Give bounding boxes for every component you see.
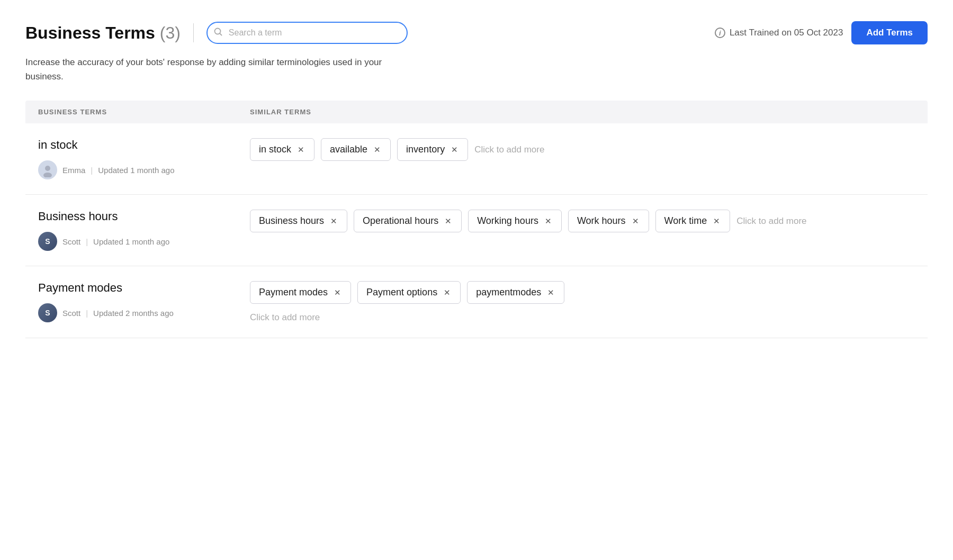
tag-work-time: Work time ✕ <box>655 210 731 232</box>
title-text: Business Terms <box>25 23 155 42</box>
term-left-business-hours: Business hours S Scott | Updated 1 month… <box>38 210 250 251</box>
term-tags-in-stock: in stock ✕ available ✕ inventory ✕ Click… <box>250 138 915 161</box>
tag-close-icon[interactable]: ✕ <box>450 144 459 155</box>
tag-in-stock: in stock ✕ <box>250 138 314 161</box>
tag-close-icon[interactable]: ✕ <box>373 144 382 155</box>
tag-label: inventory <box>406 144 445 155</box>
tag-label: Payment options <box>366 287 437 298</box>
table-header: BUSINESS TERMS SIMILAR TERMS <box>25 101 928 123</box>
tag-payment-modes: Payment modes ✕ <box>250 281 351 304</box>
meta-separator: | <box>86 309 88 318</box>
page-header: Business Terms (3) i Last Trained on 05 … <box>25 21 928 44</box>
tag-label: in stock <box>259 144 291 155</box>
tag-label: paymentmodes <box>476 287 541 298</box>
term-left-in-stock: in stock Emma | Updated 1 month ago <box>38 138 250 179</box>
click-to-add[interactable]: Click to add more <box>474 144 544 155</box>
tag-close-icon[interactable]: ✕ <box>546 287 555 297</box>
svg-point-3 <box>43 173 52 177</box>
add-terms-button[interactable]: Add Terms <box>851 21 928 44</box>
tag-label: Operational hours <box>363 215 438 227</box>
header-divider <box>193 23 194 42</box>
click-to-add[interactable]: Click to add more <box>250 312 320 322</box>
tag-close-icon[interactable]: ✕ <box>712 216 721 226</box>
tag-payment-options: Payment options ✕ <box>357 281 461 304</box>
table-row: Business hours S Scott | Updated 1 month… <box>25 195 928 266</box>
page-count: (3) <box>160 23 181 42</box>
meta-separator: | <box>86 237 88 246</box>
user-name: Scott <box>62 309 80 318</box>
svg-point-2 <box>45 166 50 171</box>
tag-label: Work time <box>664 215 707 227</box>
tag-inventory: inventory ✕ <box>397 138 468 161</box>
avatar: S <box>38 303 57 322</box>
tag-close-icon[interactable]: ✕ <box>333 287 342 297</box>
svg-line-1 <box>220 33 222 35</box>
tag-work-hours: Work hours ✕ <box>568 210 649 232</box>
term-tags-business-hours: Business hours ✕ Operational hours ✕ Wor… <box>250 210 915 232</box>
tag-label: Working hours <box>477 215 538 227</box>
term-meta: S Scott | Updated 2 months ago <box>38 303 250 322</box>
tag-close-icon[interactable]: ✕ <box>631 216 640 226</box>
tag-close-icon[interactable]: ✕ <box>444 216 453 226</box>
col-business-terms: BUSINESS TERMS <box>38 108 250 116</box>
tag-operational-hours: Operational hours ✕ <box>354 210 462 232</box>
table-row: Payment modes S Scott | Updated 2 months… <box>25 266 928 338</box>
updated-time: Updated 1 month ago <box>93 237 169 246</box>
search-input[interactable] <box>206 22 408 44</box>
term-meta: S Scott | Updated 1 month ago <box>38 232 250 251</box>
tag-close-icon[interactable]: ✕ <box>329 216 338 226</box>
tag-label: Business hours <box>259 215 324 227</box>
user-name: Emma <box>62 166 85 175</box>
term-name: Business hours <box>38 210 250 223</box>
avatar: S <box>38 232 57 251</box>
click-to-add[interactable]: Click to add more <box>736 216 806 227</box>
term-name: Payment modes <box>38 281 250 295</box>
info-icon: i <box>715 28 725 38</box>
tag-close-icon[interactable]: ✕ <box>296 144 305 155</box>
last-trained-info: i Last Trained on 05 Oct 2023 <box>715 28 843 38</box>
table-row: in stock Emma | Updated 1 month ago in s… <box>25 123 928 195</box>
tag-close-icon[interactable]: ✕ <box>544 216 553 226</box>
avatar <box>38 160 57 179</box>
term-name: in stock <box>38 138 250 152</box>
page-title: Business Terms (3) <box>25 23 181 43</box>
updated-time: Updated 2 months ago <box>93 309 174 318</box>
tag-working-hours: Working hours ✕ <box>468 210 562 232</box>
meta-separator: | <box>91 166 93 175</box>
term-tags-payment-modes: Payment modes ✕ Payment options ✕ paymen… <box>250 281 915 323</box>
tag-label: Payment modes <box>259 287 328 298</box>
search-wrapper <box>206 22 408 44</box>
tag-available: available ✕ <box>321 138 391 161</box>
updated-time: Updated 1 month ago <box>98 166 174 175</box>
term-left-payment-modes: Payment modes S Scott | Updated 2 months… <box>38 281 250 322</box>
tag-label: Work hours <box>577 215 626 227</box>
term-meta: Emma | Updated 1 month ago <box>38 160 250 179</box>
tag-close-icon[interactable]: ✕ <box>443 287 452 297</box>
user-name: Scott <box>62 237 80 246</box>
col-similar-terms: SIMILAR TERMS <box>250 108 915 116</box>
page-subtitle: Increase the accuracy of your bots' resp… <box>25 55 396 84</box>
tag-paymentmodes: paymentmodes ✕ <box>467 281 564 304</box>
tag-label: available <box>330 144 367 155</box>
search-icon <box>214 28 222 38</box>
tag-business-hours: Business hours ✕ <box>250 210 347 232</box>
last-trained-label: Last Trained on 05 Oct 2023 <box>730 28 843 38</box>
